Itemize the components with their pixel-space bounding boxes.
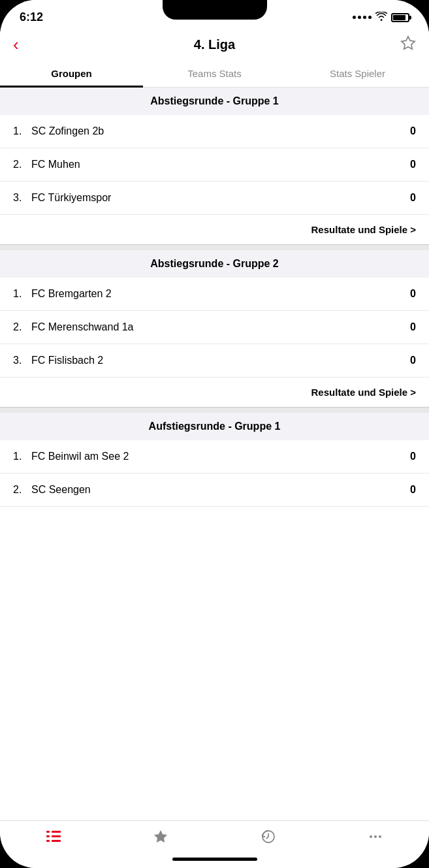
team-rank: 2. (13, 321, 31, 333)
team-rank: 2. (13, 484, 31, 496)
svg-point-10 (374, 835, 377, 838)
team-score: 0 (403, 451, 416, 462)
team-name: FC Bremgarten 2 (31, 288, 403, 300)
team-score: 0 (403, 321, 416, 333)
table-row: 2. FC Muhen 0 (0, 148, 429, 182)
table-row: 1. SC Zofingen 2b 0 (0, 115, 429, 148)
team-name: FC Muhen (31, 159, 403, 170)
svg-point-11 (379, 835, 381, 838)
tab-groupen[interactable]: Groupen (0, 60, 143, 87)
svg-rect-2 (52, 831, 61, 833)
team-score: 0 (403, 288, 416, 300)
team-name: FC Merenschwand 1a (31, 321, 403, 333)
section-divider (0, 408, 429, 413)
results-link-text: Resultate und Spiele > (311, 224, 416, 235)
signal-dot-2 (358, 16, 361, 19)
team-rank: 1. (13, 451, 31, 462)
svg-marker-7 (154, 830, 167, 843)
tab-teams-stats[interactable]: Teams Stats (143, 60, 286, 87)
phone-frame: 6:12 ‹ 4. Liga (0, 0, 429, 868)
group-header-2: Abstiegsrunde - Gruppe 2 (0, 250, 429, 278)
svg-marker-0 (402, 37, 415, 49)
bottom-tab-favorites[interactable] (107, 826, 214, 847)
team-rank: 2. (13, 159, 31, 170)
star-icon (153, 829, 168, 844)
team-score: 0 (403, 192, 416, 204)
table-row: 2. SC Seengen 0 (0, 474, 429, 507)
team-name: SC Seengen (31, 484, 403, 496)
back-button[interactable]: ‹ (13, 35, 37, 55)
section-divider (0, 245, 429, 250)
battery-fill (393, 15, 405, 20)
team-score: 0 (403, 125, 416, 137)
header: ‹ 4. Liga (0, 29, 429, 60)
svg-rect-4 (52, 835, 61, 837)
signal-dot-3 (363, 16, 366, 19)
group-header-1: Abstiegsrunde - Gruppe 1 (0, 88, 429, 115)
signal-dot-1 (353, 16, 356, 19)
svg-rect-5 (46, 840, 50, 842)
team-rank: 1. (13, 125, 31, 137)
more-icon (368, 829, 383, 844)
home-indicator (0, 850, 429, 868)
content-area: Abstiegsrunde - Gruppe 1 1. SC Zofingen … (0, 88, 429, 820)
team-score: 0 (403, 159, 416, 170)
team-name: FC Fislisbach 2 (31, 355, 403, 366)
table-row: 2. FC Merenschwand 1a 0 (0, 311, 429, 344)
notch (163, 0, 267, 20)
table-row: 3. FC Fislisbach 2 0 (0, 344, 429, 378)
svg-rect-3 (46, 835, 50, 837)
table-row: 1. FC Beinwil am See 2 0 (0, 440, 429, 474)
signal-dot-4 (368, 16, 372, 19)
signal-icon (353, 16, 372, 19)
favorite-button[interactable] (392, 35, 416, 55)
team-name: FC Türkiyemspor (31, 192, 403, 204)
wifi-icon (375, 12, 387, 23)
history-icon (261, 829, 276, 844)
svg-rect-6 (52, 840, 61, 842)
results-link-text: Resultate und Spiele > (311, 387, 416, 398)
tab-stats-spieler[interactable]: Stats Spieler (286, 60, 429, 87)
status-time: 6:12 (20, 10, 43, 24)
results-link-1[interactable]: Resultate und Spiele > (0, 215, 429, 245)
team-name: SC Zofingen 2b (31, 125, 403, 137)
page-title: 4. Liga (194, 37, 235, 52)
bottom-tab-list[interactable] (0, 826, 107, 847)
table-row: 1. FC Bremgarten 2 0 (0, 278, 429, 311)
team-name: FC Beinwil am See 2 (31, 451, 403, 462)
bottom-tab-history[interactable] (215, 826, 322, 847)
bottom-tab-more[interactable] (322, 826, 429, 847)
tab-bar: Groupen Teams Stats Stats Spieler (0, 60, 429, 88)
team-rank: 3. (13, 355, 31, 366)
team-score: 0 (403, 355, 416, 366)
table-row: 3. FC Türkiyemspor 0 (0, 182, 429, 215)
battery-icon (391, 13, 409, 22)
team-rank: 3. (13, 192, 31, 204)
list-icon (45, 829, 62, 844)
home-indicator-bar (172, 858, 257, 861)
bottom-tab-bar (0, 820, 429, 850)
svg-point-9 (370, 835, 372, 838)
team-rank: 1. (13, 288, 31, 300)
status-icons (353, 12, 409, 23)
results-link-2[interactable]: Resultate und Spiele > (0, 378, 429, 408)
svg-rect-1 (46, 831, 50, 833)
group-header-3: Aufstiegsrunde - Gruppe 1 (0, 413, 429, 440)
team-score: 0 (403, 484, 416, 496)
